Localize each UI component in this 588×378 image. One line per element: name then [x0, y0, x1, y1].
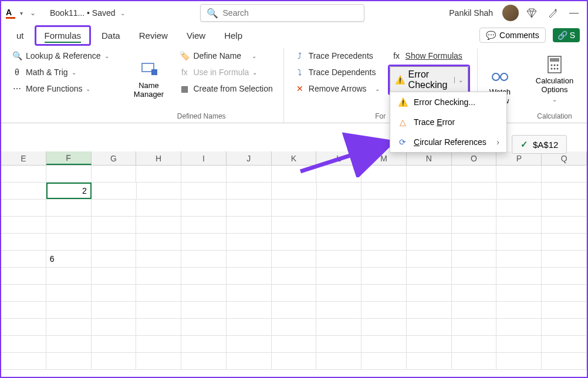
calculator-icon: [545, 55, 564, 74]
diamond-icon[interactable]: [523, 5, 540, 21]
comments-button[interactable]: 💬 Comments: [479, 28, 546, 43]
svg-point-11: [557, 68, 559, 70]
ellipsis-icon: ⋯: [12, 83, 22, 94]
chevron-right-icon: ›: [496, 137, 499, 147]
search-icon: 🔍: [207, 8, 218, 19]
search-input[interactable]: [223, 8, 358, 18]
group-label-calculation: Calculation: [529, 110, 580, 123]
col-header[interactable]: G: [92, 151, 137, 165]
avatar[interactable]: [502, 5, 519, 21]
comment-icon: 💬: [486, 31, 496, 40]
fx-icon: fx: [179, 67, 190, 77]
error-checking-button[interactable]: ⚠️ Error Checking ⌄: [390, 66, 468, 93]
document-name[interactable]: Book11... • Saved: [50, 8, 116, 18]
show-formulas-button[interactable]: fxShow Formulas: [388, 48, 470, 63]
ribbon-group-library: 🔍Lookup & Reference⌄ θMath & Trig⌄ ⋯More…: [8, 48, 120, 123]
pen-sparkle-icon[interactable]: [545, 5, 561, 21]
col-header[interactable]: L: [316, 151, 361, 165]
dd-error-checking[interactable]: ⚠️ Error Checking...: [390, 92, 506, 112]
svg-point-7: [554, 65, 556, 66]
more-functions-button[interactable]: ⋯More Functions⌄: [8, 81, 113, 96]
col-header[interactable]: M: [361, 151, 407, 165]
user-name: Pankil Shah: [449, 8, 493, 18]
trace-dependents-button[interactable]: ⤵Trace Dependents: [291, 65, 383, 80]
tab-review[interactable]: Review: [131, 27, 176, 44]
error-checking-highlight: ⚠️ Error Checking ⌄: [388, 65, 470, 95]
lookup-reference-button[interactable]: 🔍Lookup & Reference⌄: [8, 48, 113, 63]
glasses-icon: [491, 66, 509, 85]
theta-icon: θ: [12, 67, 22, 77]
tab-data[interactable]: Data: [93, 27, 129, 44]
tab-layout[interactable]: ut: [8, 27, 32, 44]
ribbon-group-defined-names: Name Manager 🏷️Define Name⌄ fxUse in For…: [120, 48, 284, 123]
tab-formulas[interactable]: Formulas: [35, 25, 92, 46]
tag-icon: 🏷️: [179, 50, 190, 61]
grid-rows: 2 6: [1, 166, 587, 370]
spreadsheet-grid[interactable]: E F G H I J K L M N O P Q 2 6: [1, 151, 587, 377]
font-color-indicator[interactable]: A: [6, 8, 15, 19]
name-manager-icon: [140, 60, 158, 79]
share-icon: 🔗: [557, 31, 567, 40]
col-header[interactable]: N: [407, 151, 452, 165]
svg-point-6: [551, 65, 553, 66]
math-trig-button[interactable]: θMath & Trig⌄: [8, 65, 113, 80]
selection-icon: ▦: [179, 83, 190, 94]
active-cell[interactable]: 2: [46, 183, 92, 199]
create-from-selection-button[interactable]: ▦Create from Selection: [175, 81, 276, 96]
chevron-down-icon[interactable]: ⌄: [454, 77, 463, 83]
svg-point-10: [554, 68, 556, 70]
ribbon-group-calculation: Calculation Options⌄ Calculation: [522, 48, 587, 123]
tab-view[interactable]: View: [178, 27, 214, 44]
title-bar: A ▾ ⌄ Book11... • Saved ⌄ 🔍 Pankil Shah …: [1, 1, 587, 25]
check-icon: ✓: [521, 139, 528, 150]
col-header[interactable]: O: [452, 151, 497, 165]
name-manager-button[interactable]: Name Manager: [127, 48, 171, 110]
svg-rect-1: [151, 69, 157, 75]
warning-icon: ⚠️: [397, 97, 408, 107]
col-header[interactable]: F: [46, 151, 92, 165]
col-header[interactable]: I: [181, 151, 227, 165]
share-button[interactable]: 🔗 S: [553, 28, 580, 42]
warning-triangle-icon: △: [397, 117, 408, 127]
use-in-formula-button: fxUse in Formula⌄: [175, 65, 276, 80]
svg-rect-5: [550, 58, 559, 62]
col-header[interactable]: H: [136, 151, 181, 165]
calculation-options-button[interactable]: Calculation Options⌄: [529, 48, 580, 110]
remove-arrows-button[interactable]: ✕Remove Arrows⌄: [291, 81, 383, 96]
trace-prec-icon: ⤴: [295, 50, 305, 61]
warning-icon: ⚠️: [395, 75, 405, 85]
dd-trace-error[interactable]: △ Trace Error: [390, 112, 506, 132]
trace-precedents-button[interactable]: ⤴Trace Precedents: [291, 48, 383, 63]
fx-icon: fx: [391, 50, 402, 61]
col-header[interactable]: E: [1, 151, 46, 165]
remove-arrows-icon: ✕: [295, 83, 305, 94]
circular-ref-cell[interactable]: ✓ $A$12: [512, 135, 567, 154]
ribbon-tabs: ut Formulas Data Review View Help 💬 Comm…: [1, 25, 587, 46]
chevron-down-icon[interactable]: ⌄: [30, 9, 36, 17]
tab-help[interactable]: Help: [216, 27, 251, 44]
svg-point-2: [492, 73, 499, 80]
search-box[interactable]: 🔍: [200, 4, 364, 22]
group-label-defined-names: Defined Names: [127, 110, 276, 123]
col-header[interactable]: K: [272, 151, 317, 165]
define-name-button[interactable]: 🏷️Define Name⌄: [175, 48, 276, 63]
chevron-down-icon[interactable]: ▾: [20, 10, 23, 16]
minimize-icon[interactable]: —: [566, 5, 582, 21]
error-checking-dropdown: ⚠️ Error Checking... △ Trace Error ⟳ Cir…: [390, 92, 507, 153]
lookup-icon: 🔍: [12, 50, 22, 61]
svg-point-8: [557, 65, 559, 66]
circular-icon: ⟳: [397, 137, 408, 147]
trace-dep-icon: ⤵: [295, 67, 305, 77]
svg-point-3: [501, 73, 508, 80]
col-header[interactable]: J: [227, 151, 272, 165]
cell[interactable]: 6: [46, 251, 92, 267]
svg-point-9: [551, 68, 553, 70]
chevron-down-icon[interactable]: ⌄: [120, 10, 125, 16]
column-headers: E F G H I J K L M N O P Q: [1, 151, 587, 166]
dd-circular-references[interactable]: ⟳ Circular References ›: [390, 132, 506, 152]
